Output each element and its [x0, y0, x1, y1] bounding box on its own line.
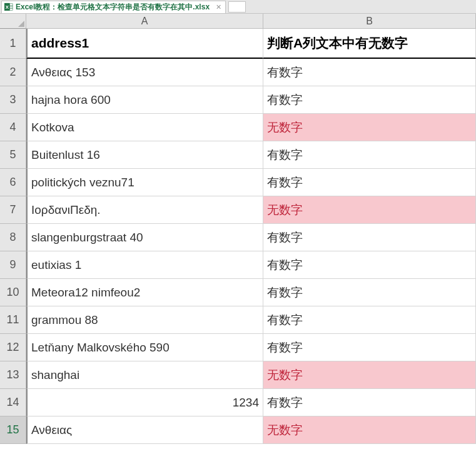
- row-header-4[interactable]: 4: [0, 114, 26, 141]
- cell-B8[interactable]: 有数字: [263, 224, 476, 251]
- excel-file-icon: X: [4, 3, 13, 11]
- cell-A1[interactable]: address1: [26, 29, 263, 59]
- row-header-5[interactable]: 5: [0, 141, 26, 169]
- cell-A8[interactable]: slangenburgstraat 40: [26, 224, 263, 251]
- workbook-tab-label: Excel教程：检查单元格文本字符串是否有数字在其中.xlsx: [16, 2, 210, 13]
- cell-A9[interactable]: eutixias 1: [26, 251, 263, 279]
- column-header-A[interactable]: A: [26, 14, 263, 29]
- cell-B2[interactable]: 有数字: [263, 59, 476, 86]
- svg-text:X: X: [6, 4, 9, 10]
- cell-B7[interactable]: 无数字: [263, 196, 476, 224]
- cell-B5[interactable]: 有数字: [263, 141, 476, 169]
- row-header-3[interactable]: 3: [0, 86, 26, 114]
- cell-A12[interactable]: Letňany Malkovského 590: [26, 334, 263, 361]
- cell-A15[interactable]: Ανθειας: [26, 416, 263, 444]
- cell-A6[interactable]: politických veznu71: [26, 169, 263, 196]
- tab-bar: X Excel教程：检查单元格文本字符串是否有数字在其中.xlsx ✕: [0, 0, 476, 14]
- svg-rect-3: [10, 5, 13, 7]
- cell-B11[interactable]: 有数字: [263, 306, 476, 334]
- row-header-10[interactable]: 10: [0, 279, 26, 306]
- cell-B9[interactable]: 有数字: [263, 251, 476, 279]
- cell-A2[interactable]: Ανθειας 153: [26, 59, 263, 86]
- cell-A7[interactable]: ΙορδανιΠεδη.: [26, 196, 263, 224]
- cell-A11[interactable]: grammou 88: [26, 306, 263, 334]
- svg-rect-5: [10, 9, 13, 11]
- cell-B14[interactable]: 有数字: [263, 389, 476, 416]
- cell-A3[interactable]: hajna hora 600: [26, 86, 263, 114]
- row-header-8[interactable]: 8: [0, 224, 26, 251]
- cell-A14[interactable]: 1234: [26, 389, 263, 416]
- row-header-2[interactable]: 2: [0, 59, 26, 86]
- row-header-11[interactable]: 11: [0, 306, 26, 334]
- cell-A13[interactable]: shanghai: [26, 361, 263, 389]
- cell-B10[interactable]: 有数字: [263, 279, 476, 306]
- cell-B3[interactable]: 有数字: [263, 86, 476, 114]
- cell-B4[interactable]: 无数字: [263, 114, 476, 141]
- row-header-7[interactable]: 7: [0, 196, 26, 224]
- close-icon[interactable]: ✕: [216, 3, 221, 11]
- column-header-B[interactable]: B: [263, 14, 476, 29]
- workbook-tab[interactable]: X Excel教程：检查单元格文本字符串是否有数字在其中.xlsx ✕: [1, 1, 226, 13]
- spreadsheet-grid[interactable]: A B 1 address1 判断A列文本中有无数字 2Ανθειας 153有…: [0, 14, 476, 444]
- svg-rect-2: [10, 4, 13, 6]
- row-header-12[interactable]: 12: [0, 334, 26, 361]
- cell-A5[interactable]: Buitenlust 16: [26, 141, 263, 169]
- row-header-1[interactable]: 1: [0, 29, 26, 59]
- cell-A4[interactable]: Kotkova: [26, 114, 263, 141]
- row-header-6[interactable]: 6: [0, 169, 26, 196]
- new-tab-button[interactable]: [228, 1, 246, 13]
- cell-B12[interactable]: 有数字: [263, 334, 476, 361]
- row-header-13[interactable]: 13: [0, 361, 26, 389]
- cell-B15[interactable]: 无数字: [263, 416, 476, 444]
- row-header-15[interactable]: 15: [0, 416, 26, 444]
- cell-B6[interactable]: 有数字: [263, 169, 476, 196]
- cell-B1[interactable]: 判断A列文本中有无数字: [263, 29, 476, 59]
- cell-B13[interactable]: 无数字: [263, 361, 476, 389]
- row-header-14[interactable]: 14: [0, 389, 26, 416]
- svg-rect-4: [10, 7, 13, 9]
- select-all-corner[interactable]: [0, 14, 26, 29]
- cell-A10[interactable]: Meteora12 nimfeou2: [26, 279, 263, 306]
- row-header-9[interactable]: 9: [0, 251, 26, 279]
